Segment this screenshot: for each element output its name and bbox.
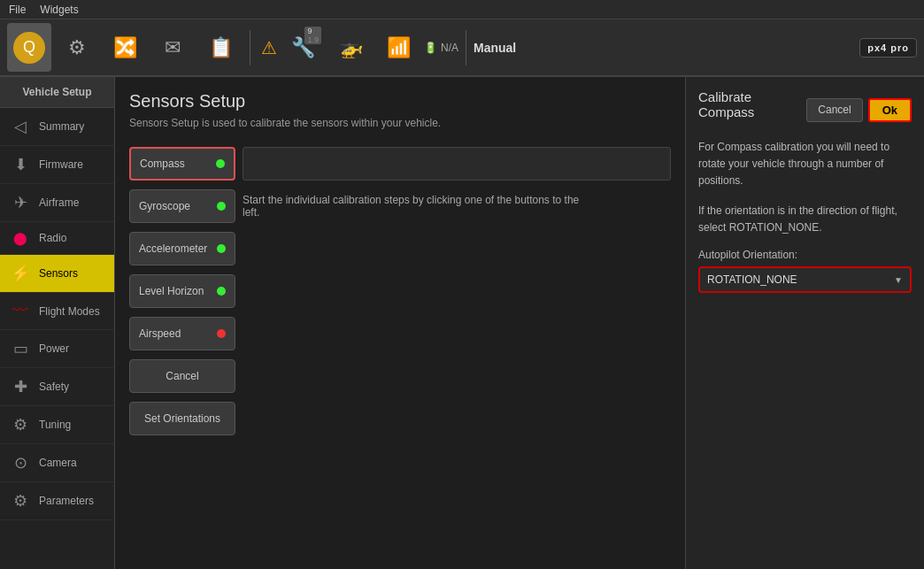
- calibrate-header: Calibrate Compass Cancel Ok: [698, 89, 912, 130]
- orientation-label: Autopilot Orientation:: [698, 249, 912, 261]
- airspeed-status-dot: [217, 329, 226, 338]
- sidebar-label-firmware: Firmware: [39, 158, 83, 171]
- right-panel-description-2: If the orientation is in the direction o…: [698, 203, 912, 236]
- counter-badge: 9 1.9: [304, 27, 321, 44]
- airspeed-button[interactable]: Airspeed: [129, 317, 235, 350]
- sidebar-item-camera[interactable]: ⊙ Camera: [0, 444, 114, 482]
- sidebar-item-firmware[interactable]: ⬇ Firmware: [0, 146, 114, 184]
- settings-button[interactable]: ⚙: [55, 23, 99, 72]
- vehicle-setup-button[interactable]: 🔀: [103, 23, 147, 72]
- sidebar-label-safety: Safety: [39, 381, 69, 393]
- send-button[interactable]: ✉: [150, 23, 195, 72]
- sensor-info-text: Start the individual calibration steps b…: [243, 194, 597, 219]
- vehicle-status-icon: 🚁: [339, 36, 363, 59]
- menu-file[interactable]: File: [9, 4, 26, 16]
- right-panel-title: Calibrate Compass: [698, 89, 806, 119]
- sidebar-item-airframe[interactable]: ✈ Airframe: [0, 184, 114, 222]
- compass-button-label: Compass: [140, 158, 185, 170]
- sidebar-header: Vehicle Setup: [0, 77, 114, 108]
- action-row: Cancel: [129, 359, 671, 393]
- sidebar-label-power: Power: [39, 342, 69, 355]
- sidebar-label-camera: Camera: [39, 457, 77, 469]
- gyroscope-status-dot: [217, 202, 226, 211]
- signal-icon: 📶: [387, 36, 411, 59]
- accelerometer-button-label: Accelerometer: [139, 242, 207, 255]
- set-orientations-row: Set Orientations: [129, 402, 671, 435]
- divider-2: [466, 30, 466, 65]
- sidebar: Vehicle Setup ◁ Summary ⬇ Firmware ✈ Air…: [0, 77, 115, 569]
- gyroscope-button-label: Gyroscope: [139, 200, 190, 212]
- sidebar-label-tuning: Tuning: [39, 419, 71, 431]
- level-horizon-button[interactable]: Level Horizon: [129, 274, 235, 308]
- sidebar-label-parameters: Parameters: [39, 495, 94, 507]
- gyroscope-row: Gyroscope Start the individual calibrati…: [129, 189, 671, 223]
- menu-widgets[interactable]: Widgets: [40, 4, 78, 16]
- warning-icon: ⚠: [261, 37, 277, 58]
- orientation-select[interactable]: ROTATION_NONE ROTATION_YAW_45 ROTATION_Y…: [700, 268, 910, 291]
- summary-icon: ◁: [11, 117, 30, 136]
- menu-bar: File Widgets: [0, 0, 924, 19]
- airspeed-button-label: Airspeed: [139, 327, 181, 340]
- sidebar-item-tuning[interactable]: ⚙ Tuning: [0, 406, 114, 444]
- sidebar-label-summary: Summary: [39, 120, 84, 133]
- tools-button[interactable]: 🔧 9 1.9: [281, 23, 325, 72]
- orientation-select-wrapper: ROTATION_NONE ROTATION_YAW_45 ROTATION_Y…: [698, 266, 912, 293]
- power-icon: ▭: [11, 339, 30, 358]
- airspeed-row: Airspeed: [129, 317, 671, 350]
- sidebar-item-power[interactable]: ▭ Power: [0, 330, 114, 368]
- divider-1: [250, 30, 250, 65]
- sidebar-label-airframe: Airframe: [39, 196, 79, 209]
- calibrate-buttons: Cancel Ok: [806, 98, 912, 122]
- set-orientations-button[interactable]: Set Orientations: [129, 402, 235, 435]
- accelerometer-status-dot: [217, 244, 226, 253]
- send-icon: ✉: [165, 36, 181, 59]
- level-horizon-status-dot: [217, 287, 226, 296]
- toolbar-right: px4 pro: [859, 38, 917, 58]
- flight-mode-display: Manual: [474, 41, 516, 55]
- sidebar-item-safety[interactable]: ✚ Safety: [0, 368, 114, 406]
- gyroscope-button[interactable]: Gyroscope: [129, 189, 235, 223]
- camera-icon: ⊙: [11, 453, 30, 473]
- right-panel-cancel-button[interactable]: Cancel: [806, 98, 862, 122]
- sidebar-item-radio[interactable]: ⬤ Radio: [0, 222, 114, 255]
- log-button[interactable]: 📋: [198, 23, 243, 72]
- toolbar: Q ⚙ 🔀 ✉ 📋 ⚠ 🔧 9 1.9 🚁 📶 🔋 N/A Manual: [0, 19, 924, 77]
- level-horizon-row: Level Horizon: [129, 274, 671, 308]
- compass-progress-bar: [243, 147, 671, 181]
- safety-icon: ✚: [11, 377, 30, 396]
- sidebar-item-flight-modes[interactable]: 〰 Flight Modes: [0, 293, 114, 330]
- radio-icon: ⬤: [11, 231, 30, 245]
- vehicle-icon-1: 🚁: [328, 23, 373, 72]
- page-subtitle: Sensors Setup is used to calibrate the s…: [129, 117, 671, 129]
- home-icon: Q: [13, 32, 45, 64]
- main-layout: Vehicle Setup ◁ Summary ⬇ Firmware ✈ Air…: [0, 77, 924, 569]
- sidebar-label-flight-modes: Flight Modes: [39, 305, 100, 318]
- sidebar-item-sensors[interactable]: ⚡ Sensors: [0, 255, 114, 293]
- vehicle-setup-icon: 🔀: [113, 36, 137, 59]
- level-horizon-button-label: Level Horizon: [139, 285, 204, 297]
- sensors-icon: ⚡: [11, 264, 30, 283]
- parameters-icon: ⚙: [11, 491, 30, 511]
- flight-modes-icon: 〰: [11, 302, 30, 320]
- tuning-icon: ⚙: [11, 415, 30, 434]
- airframe-icon: ✈: [11, 193, 30, 212]
- warning-area: ⚠: [261, 37, 277, 58]
- page-title: Sensors Setup: [129, 91, 671, 111]
- sidebar-label-sensors: Sensors: [39, 267, 78, 280]
- compass-row: Compass: [129, 147, 671, 181]
- right-panel-ok-button[interactable]: Ok: [868, 98, 912, 122]
- right-panel-description-1: For Compass calibration you will need to…: [698, 139, 912, 190]
- accelerometer-button[interactable]: Accelerometer: [129, 232, 235, 265]
- home-button[interactable]: Q: [7, 23, 51, 72]
- cancel-calibration-button[interactable]: Cancel: [129, 359, 235, 393]
- sidebar-item-summary[interactable]: ◁ Summary: [0, 108, 114, 146]
- sidebar-item-parameters[interactable]: ⚙ Parameters: [0, 482, 114, 520]
- compass-button[interactable]: Compass: [129, 147, 235, 181]
- battery-label: N/A: [441, 42, 458, 54]
- sidebar-label-radio: Radio: [39, 232, 66, 244]
- px4-logo: px4 pro: [859, 38, 917, 58]
- settings-icon: ⚙: [68, 36, 86, 59]
- accelerometer-row: Accelerometer: [129, 232, 671, 265]
- compass-status-dot: [216, 159, 225, 168]
- content-area: Sensors Setup Sensors Setup is used to c…: [115, 77, 685, 569]
